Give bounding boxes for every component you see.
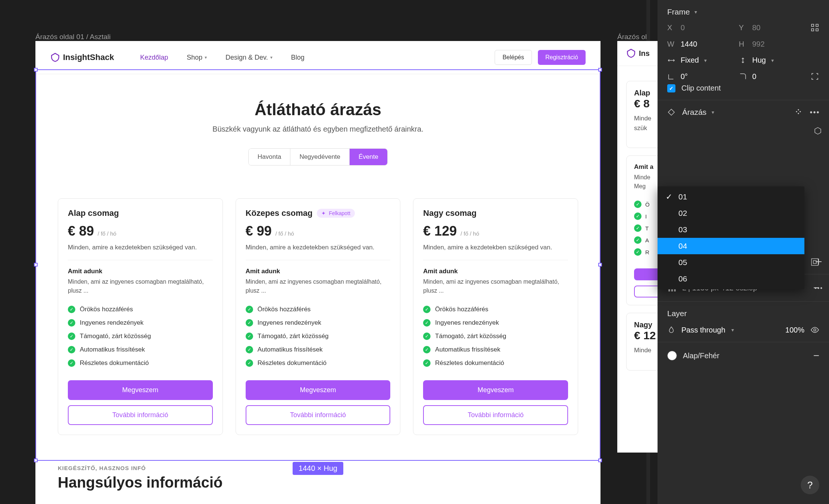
variants-icon[interactable] [794, 108, 803, 117]
dropdown-item-06[interactable]: 06 [658, 271, 804, 287]
toggle-monthly[interactable]: Havonta [249, 149, 290, 165]
diamond-icon[interactable] [667, 108, 675, 116]
clip-label: Clip content [681, 84, 721, 92]
plan-name: Közepes csomag [246, 208, 313, 218]
auth-buttons: Belépés Regisztráció [495, 50, 586, 65]
site-header: InsightShack Kezdőlap Shop ▾ Design & De… [35, 41, 601, 74]
check-icon: ✓ [246, 319, 253, 327]
peek-feature: ✓R [634, 246, 658, 258]
feature-list: ✓Örökös hozzáférés ✓Ingyenes rendezények… [246, 303, 391, 370]
dropdown-item-05[interactable]: 05 [658, 254, 804, 271]
chevron-down-icon[interactable]: ▾ [712, 109, 714, 115]
more-info-button[interactable]: További információ [68, 405, 213, 425]
dropdown-item-04[interactable]: 04 [658, 238, 804, 254]
vertical-resize-icon [739, 56, 747, 64]
feature-label: Részletes dokumentáció [258, 359, 327, 367]
peek-card-nagy[interactable]: Nagy € 12 Minde [626, 313, 658, 371]
frame-label-2[interactable]: Árazós ol [617, 33, 647, 41]
dropdown-item-01[interactable]: 01 [658, 189, 804, 205]
more-icon[interactable]: ••• [814, 285, 823, 292]
peek-card-alap[interactable]: Alap € 8 Mindeszük [626, 81, 658, 148]
frame-label-1[interactable]: Árazós oldal 01 / Asztali [35, 33, 111, 41]
remove-fill-button[interactable]: − [813, 350, 819, 362]
toggle-yearly[interactable]: Évente [349, 149, 387, 165]
nav-home[interactable]: Kezdőlap [140, 54, 168, 62]
nav-design[interactable]: Design & Dev. ▾ [226, 54, 272, 62]
toggle-quarterly[interactable]: Negyedévente [290, 149, 349, 165]
constrain-icon[interactable] [810, 40, 819, 48]
h-field[interactable]: H992 [739, 40, 804, 48]
section-title-arazas[interactable]: Árazás [682, 108, 706, 117]
feature-label: Örökös hozzáférés [80, 306, 133, 313]
buy-button[interactable]: Megveszem [246, 380, 391, 400]
add-property-icon[interactable] [814, 257, 823, 266]
peek-plan-name: Alap [634, 89, 658, 97]
fill-name[interactable]: Alap/Fehér [683, 352, 719, 360]
chevron-down-icon[interactable]: ▾ [731, 327, 734, 333]
w-field[interactable]: W1440 [667, 40, 732, 48]
variant-dropdown: 01 02 03 04 05 06 [658, 186, 804, 289]
more-info-button[interactable]: További információ [423, 405, 568, 425]
help-button[interactable]: ? [801, 476, 819, 494]
register-button[interactable]: Regisztráció [538, 50, 586, 65]
additional-info-section: KIEGÉSZÍTŐ, HASZNOS INFÓ Hangsúlyos info… [58, 465, 578, 491]
peek-price: € 8 [634, 97, 650, 110]
peek-feature-label: T [645, 225, 649, 231]
check-icon: ✓ [423, 333, 431, 340]
dropdown-item-02[interactable]: 02 [658, 205, 804, 221]
plan-card-mid[interactable]: Közepes csomag ✦ Felkapott € 99 / fő / h… [236, 198, 401, 435]
blend-icon[interactable] [667, 326, 675, 334]
opacity-value[interactable]: 100% [785, 326, 804, 334]
nav-shop-label: Shop [187, 54, 202, 62]
buy-button[interactable]: Megveszem [68, 380, 213, 400]
independent-corners-icon[interactable] [810, 72, 819, 81]
billing-toggle-group: Havonta Negyedévente Évente [248, 148, 388, 166]
feature-item: ✓Részletes dokumentáció [68, 356, 213, 370]
peek-card-amit[interactable]: Amit a MindeMeg ✓Ö ✓I ✓T ✓A ✓R [626, 155, 658, 305]
component-badge-icon[interactable] [813, 126, 822, 135]
login-button[interactable]: Belépés [495, 50, 532, 65]
plan-actions: Megveszem További információ [423, 380, 568, 425]
chevron-down-icon: ▾ [771, 57, 774, 63]
design-frame-main[interactable]: InsightShack Kezdőlap Shop ▾ Design & De… [35, 41, 601, 504]
fill-swatch[interactable] [667, 351, 677, 360]
site-logo[interactable]: InsightShack [50, 53, 114, 62]
design-canvas[interactable]: Árazós oldal 01 / Asztali Árazós ol Insi… [0, 0, 658, 504]
corner-field[interactable]: 0 [739, 72, 804, 81]
peek-feature: ✓T [634, 222, 658, 234]
buy-button[interactable]: Megveszem [423, 380, 568, 400]
corner-value: 0 [752, 72, 756, 81]
more-icon[interactable]: ••• [810, 108, 819, 117]
feature-item: ✓Részletes dokumentáció [423, 356, 568, 370]
plan-card-big[interactable]: Nagy csomag € 129 / fő / hó Minden, amir… [413, 198, 578, 435]
chevron-down-icon[interactable]: ▾ [694, 9, 697, 15]
align-icon[interactable] [810, 23, 819, 32]
feature-list: ✓Örökös hozzáférés ✓Ingyenes rendezények… [68, 303, 213, 370]
horiz-resize-field[interactable]: Fixed ▾ [667, 56, 732, 64]
plan-card-basic[interactable]: Alap csomag € 89 / fő / hó Minden, amire… [58, 198, 223, 435]
more-info-button[interactable]: További információ [246, 405, 391, 425]
section-title-frame[interactable]: Frame [667, 7, 690, 16]
nav-shop[interactable]: Shop ▾ [187, 54, 207, 62]
plan-unit: / fő / hó [460, 230, 479, 237]
dropdown-item-03[interactable]: 03 [658, 221, 804, 238]
nav-blog[interactable]: Blog [291, 54, 305, 62]
check-icon: ✓ [423, 359, 431, 367]
peek-actions [634, 268, 658, 297]
addl-title: Hangsúlyos információ [58, 474, 578, 491]
rotation-field[interactable]: 0° [667, 72, 732, 81]
peek-more-button[interactable] [634, 286, 658, 297]
clip-checkbox[interactable]: ✓ [667, 84, 675, 92]
y-field[interactable]: Y80 [739, 23, 804, 32]
check-icon: ✓ [68, 333, 75, 340]
feature-label: Ingyenes rendezények [435, 319, 499, 327]
peek-desc: Minde [634, 346, 658, 355]
visibility-icon[interactable] [810, 325, 819, 334]
vert-resize-field[interactable]: Hug ▾ [739, 56, 804, 64]
peek-buy-button[interactable] [634, 268, 658, 280]
clip-content-row[interactable]: ✓ Clip content [667, 84, 819, 92]
blend-mode-value[interactable]: Pass through [681, 326, 725, 334]
x-field[interactable]: X0 [667, 23, 732, 32]
logo-icon [626, 48, 636, 58]
design-frame-secondary[interactable]: Ins Alap € 8 Mindeszük Amit a MindeMeg ✓… [617, 41, 658, 453]
